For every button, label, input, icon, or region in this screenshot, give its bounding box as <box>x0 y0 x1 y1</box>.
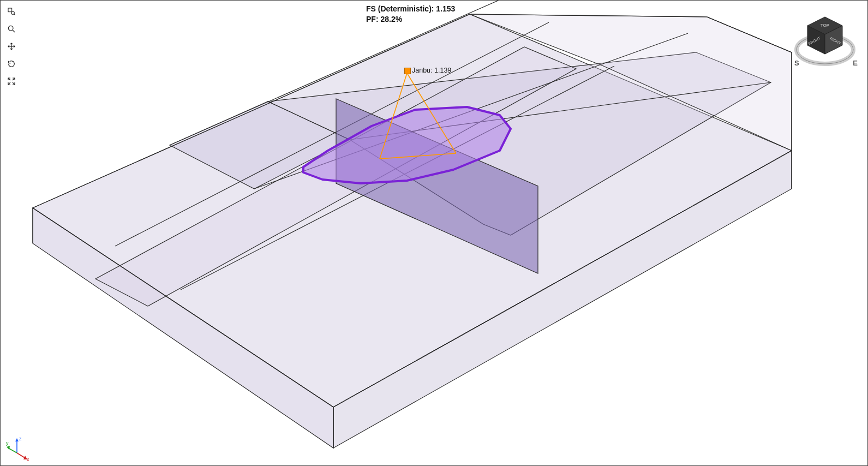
rotate-button[interactable] <box>4 56 19 71</box>
view-toolbar <box>4 4 19 89</box>
viewport-3d[interactable]: FS (Deterministic): 1.153 PF: 28.2% Janb… <box>0 0 868 466</box>
magnifier-icon <box>7 23 16 35</box>
results-overlay: FS (Deterministic): 1.153 PF: 28.2% <box>366 4 455 25</box>
svg-point-16 <box>8 26 13 31</box>
svg-marker-25 <box>15 438 19 441</box>
pf-label: PF: 28.2% <box>366 14 455 25</box>
svg-point-14 <box>11 11 14 14</box>
zoom-extents-button[interactable] <box>4 74 19 89</box>
svg-line-23 <box>8 82 10 85</box>
zoom-button[interactable] <box>4 21 19 37</box>
axis-y-label: y <box>6 440 9 446</box>
svg-line-15 <box>14 14 15 15</box>
zoom-window-button[interactable] <box>4 4 19 19</box>
expand-icon <box>7 75 16 87</box>
svg-line-20 <box>8 78 10 80</box>
rotate-ccw-icon <box>7 58 16 70</box>
pan-arrows-icon <box>7 40 16 52</box>
zoom-window-icon <box>7 5 16 17</box>
compass-east: E <box>853 59 858 67</box>
fs-deterministic-label: FS (Deterministic): 1.153 <box>366 4 455 14</box>
axis-x-label: x <box>27 457 29 461</box>
compass-south: S <box>794 59 799 67</box>
annotation-marker[interactable] <box>404 68 411 74</box>
svg-line-22 <box>13 82 15 85</box>
svg-line-21 <box>13 78 15 80</box>
svg-rect-13 <box>8 8 12 12</box>
viewcube-top-face[interactable]: TOP <box>821 23 829 28</box>
axis-triad[interactable]: z y x <box>6 434 33 461</box>
axis-z-label: z <box>19 436 22 441</box>
svg-line-17 <box>13 30 15 32</box>
svg-marker-27 <box>7 446 10 450</box>
annotation-label[interactable]: Janbu: 1.139 <box>412 67 451 74</box>
svg-line-26 <box>8 448 17 453</box>
pan-button[interactable] <box>4 39 19 54</box>
view-cube[interactable]: TOP FRONT RIGHT S E <box>792 7 858 73</box>
